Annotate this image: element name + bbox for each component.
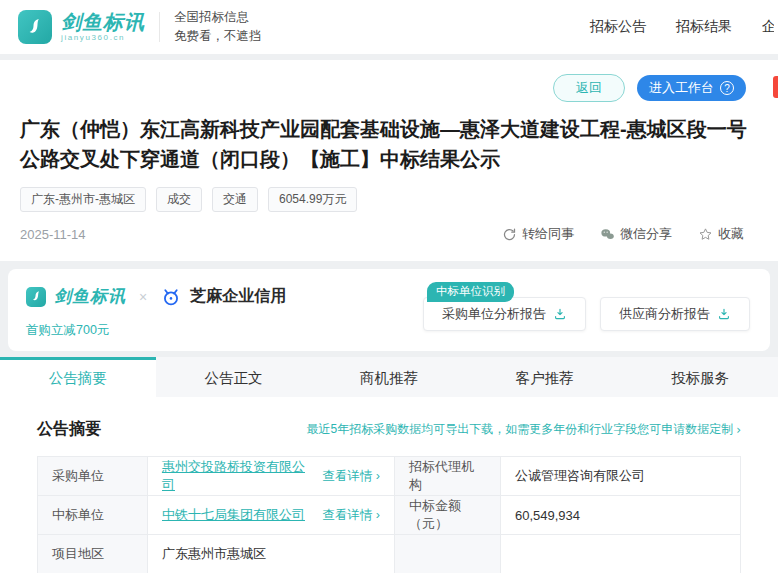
download-icon (553, 307, 567, 321)
site-logo[interactable]: 剑鱼标讯 jianyu360.cn (18, 10, 145, 44)
help-circle-icon[interactable]: ? (720, 81, 734, 95)
summary-head: 公告摘要 最近5年招标采购数据均可导出下载，如需更多年份和行业字段您可申请数据定… (37, 419, 741, 440)
amount-value: 60,549,934 (501, 496, 741, 535)
first-purchase-offer-link[interactable]: 首购立减700元 (26, 322, 286, 339)
table-label-purchaser: 采购单位 (38, 457, 148, 496)
zhima-credit-icon (160, 286, 182, 308)
meta-row: 2025-11-14 转给同事 微信分享 收藏 (20, 225, 758, 243)
favorite-label: 收藏 (718, 225, 744, 243)
promo-card: 剑鱼标讯 × 芝麻企业信用 首购立减700元 中标单位识别 采购单位分析报告 供… (8, 269, 770, 351)
tab-full-text[interactable]: 公告正文 (156, 357, 312, 397)
summary-heading: 公告摘要 (37, 419, 101, 440)
promo-left: 剑鱼标讯 × 芝麻企业信用 首购立减700元 (26, 285, 286, 339)
tag-row: 广东-惠州市-惠城区 成交 交通 6054.99万元 (20, 187, 758, 212)
table-row: 惠州交投路桥投资有限公司 查看详情 › (148, 457, 395, 496)
summary-content: 公告摘要 最近5年招标采购数据均可导出下载，如需更多年份和行业字段您可申请数据定… (0, 397, 778, 573)
chevron-right-icon: › (736, 423, 741, 437)
nav-tender-result[interactable]: 招标结果 (676, 18, 732, 36)
table-row: 中铁十七局集团有限公司 查看详情 › (148, 496, 395, 535)
winner-company-link[interactable]: 中铁十七局集团有限公司 (162, 506, 305, 524)
forward-to-colleague-button[interactable]: 转给同事 (502, 225, 574, 243)
summary-table: 采购单位 惠州交投路桥投资有限公司 查看详情 › 招标代理机构 公诚管理咨询有限… (37, 456, 741, 573)
supplier-report-label: 供应商分析报告 (619, 305, 710, 323)
share-forward-icon (502, 227, 517, 242)
tab-customer-recommend[interactable]: 客户推荐 (467, 357, 623, 397)
site-domain: jianyu360.cn (61, 33, 145, 42)
empty-value (501, 535, 741, 573)
region-value: 广东惠州市惠城区 (148, 535, 395, 573)
purchaser-detail-link[interactable]: 查看详情 › (322, 468, 380, 485)
tab-bar: 公告摘要 公告正文 商机推荐 客户推荐 投标服务 (0, 357, 778, 397)
tab-summary[interactable]: 公告摘要 (0, 357, 156, 397)
header-divider (159, 12, 160, 42)
promo-right-brand: 芝麻企业信用 (190, 286, 286, 307)
tab-business-recommend[interactable]: 商机推荐 (311, 357, 467, 397)
site-name: 剑鱼标讯 (61, 12, 145, 33)
jianyu-logo-icon (18, 10, 52, 44)
purchaser-report-label: 采购单位分析报告 (442, 305, 546, 323)
page-title: 广东（仲恺）东江高新科技产业园配套基础设施—惠泽大道建设工程-惠城区段一号公路交… (20, 114, 758, 174)
action-row: 转给同事 微信分享 收藏 (502, 225, 744, 243)
purchaser-analysis-report-button[interactable]: 采购单位分析报告 (423, 297, 586, 331)
nav-tender-announcement[interactable]: 招标公告 (590, 18, 646, 36)
header-nav: 招标公告 招标结果 企 (590, 18, 752, 36)
promo-left-brand: 剑鱼标讯 (54, 285, 126, 308)
back-button[interactable]: 返回 (553, 74, 625, 102)
region-tag: 广东-惠州市-惠城区 (20, 187, 146, 212)
slogan-line2: 免费看，不遮挡 (174, 27, 262, 46)
tab-bidding-service[interactable]: 投标服务 (622, 357, 778, 397)
status-tag: 成交 (156, 187, 202, 212)
wechat-icon (600, 227, 615, 242)
purchaser-company-link[interactable]: 惠州交投路桥投资有限公司 (162, 458, 314, 494)
floating-widget-edge[interactable] (773, 76, 778, 98)
report-area: 中标单位识别 采购单位分析报告 供应商分析报告 (423, 285, 750, 331)
wechat-share-button[interactable]: 微信分享 (600, 225, 672, 243)
table-label-amount: 中标金额（元） (395, 496, 501, 535)
winner-detail-link[interactable]: 查看详情 › (322, 507, 380, 524)
agency-value: 公诚管理咨询有限公司 (501, 457, 741, 496)
table-label-winner: 中标单位 (38, 496, 148, 535)
star-icon (698, 227, 713, 242)
wechat-share-label: 微信分享 (620, 225, 672, 243)
times-separator: × (139, 289, 147, 305)
favorite-button[interactable]: 收藏 (698, 225, 744, 243)
report-buttons: 采购单位分析报告 供应商分析报告 (423, 297, 750, 331)
enter-workspace-button[interactable]: 进入工作台 ? (637, 75, 746, 101)
site-slogan: 全国招标信息 免费看，不遮挡 (174, 8, 262, 47)
toolbar: 返回 进入工作台 ? (20, 74, 758, 102)
table-label-agency: 招标代理机构 (395, 457, 501, 496)
publish-date: 2025-11-14 (20, 227, 86, 242)
supplier-analysis-report-button[interactable]: 供应商分析报告 (600, 297, 750, 331)
download-icon (717, 307, 731, 321)
forward-label: 转给同事 (522, 225, 574, 243)
table-label-empty (395, 535, 501, 573)
amount-tag: 6054.99万元 (268, 187, 357, 212)
promo-brand-row: 剑鱼标讯 × 芝麻企业信用 (26, 285, 286, 308)
jianyu-mini-logo-icon (26, 287, 46, 307)
table-label-region: 项目地区 (38, 535, 148, 573)
slogan-line1: 全国招标信息 (174, 8, 262, 27)
top-header: 剑鱼标讯 jianyu360.cn 全国招标信息 免费看，不遮挡 招标公告 招标… (0, 0, 778, 54)
winner-identify-badge: 中标单位识别 (427, 282, 514, 302)
announcement-card: 返回 进入工作台 ? 广东（仲恺）东江高新科技产业园配套基础设施—惠泽大道建设工… (0, 60, 778, 261)
export-link-text: 最近5年招标采购数据均可导出下载，如需更多年份和行业字段您可申请数据定制 (307, 421, 734, 438)
data-export-link[interactable]: 最近5年招标采购数据均可导出下载，如需更多年份和行业字段您可申请数据定制 › (307, 421, 742, 438)
workspace-label: 进入工作台 (649, 79, 714, 97)
nav-clipped-item[interactable]: 企 (762, 18, 774, 36)
industry-tag: 交通 (212, 187, 258, 212)
